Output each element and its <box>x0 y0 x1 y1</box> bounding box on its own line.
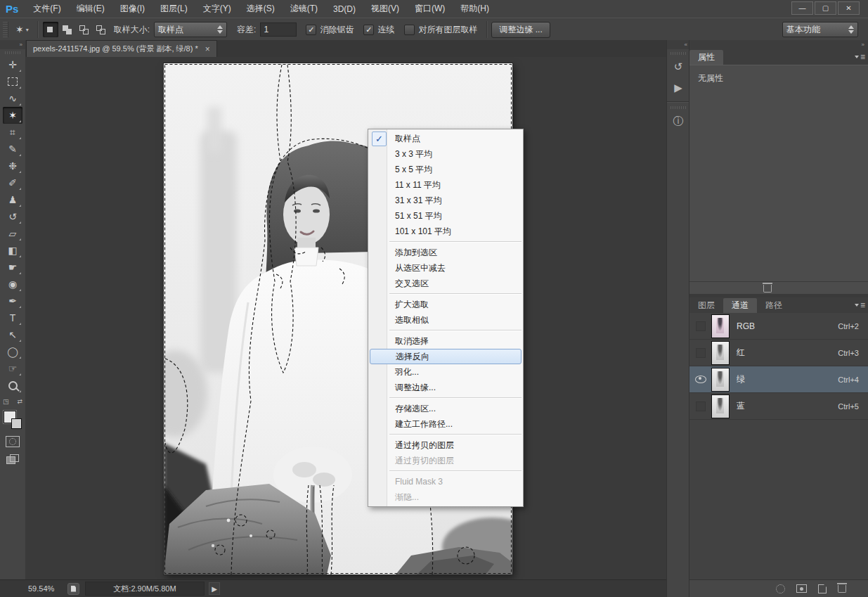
default-colors-icon[interactable]: ◳ <box>3 398 9 405</box>
eraser-tool[interactable]: ▱ <box>3 225 22 242</box>
menu-item-intersect-selection[interactable]: 交叉选区 <box>370 276 522 291</box>
menu-item-deselect[interactable]: 取消选择 <box>370 333 522 349</box>
eyedropper-tool[interactable]: ✎ <box>3 141 22 158</box>
workspace-switcher[interactable]: 基本功能 <box>782 22 858 37</box>
type-tool[interactable]: T <box>3 309 22 326</box>
zoom-level-field[interactable]: 59.54% <box>28 584 67 593</box>
menu-item-51x51-average[interactable]: 51 x 51 平均 <box>370 208 522 224</box>
menubar-item-help-menu[interactable]: 帮助(H) <box>453 0 497 18</box>
rectangular-marquee-tool[interactable] <box>3 73 22 90</box>
document-tab[interactable]: pexels-2411574.jpg @ 59.5% (背景 副本, 绿/8) … <box>26 40 217 57</box>
status-options-arrow-icon[interactable]: ▶ <box>209 582 220 595</box>
history-panel-icon[interactable]: ↺ <box>670 58 687 76</box>
menu-item-select-inverse[interactable]: 选择反向 <box>370 349 522 364</box>
menu-item-11x11-average[interactable]: 11 x 11 平均 <box>370 177 522 193</box>
channel-row-红[interactable]: 红Ctrl+3 <box>689 340 868 366</box>
panel-collapse-arrows[interactable]: » <box>689 40 868 49</box>
actions-panel-icon[interactable]: ▶ <box>670 79 687 97</box>
menubar-item-edit-menu[interactable]: 编辑(E) <box>69 0 112 18</box>
channel-row-绿[interactable]: 绿Ctrl+4 <box>689 366 868 393</box>
toolbar-grip[interactable] <box>5 51 20 54</box>
menu-item-3x3-average[interactable]: 3 x 3 平均 <box>370 146 522 162</box>
sample-size-dropdown[interactable]: 取样点 <box>154 22 227 37</box>
quick-mask-button[interactable] <box>6 436 20 447</box>
swap-colors-icon[interactable]: ⇄ <box>17 398 22 405</box>
smudge-tool[interactable]: ☛ <box>3 259 22 276</box>
close-button[interactable]: ✕ <box>838 1 860 15</box>
menu-item-select-similar[interactable]: 选取相似 <box>370 312 522 328</box>
contiguous-checkbox[interactable]: ✓连续 <box>363 24 394 36</box>
menu-item-make-work-path[interactable]: 建立工作路径... <box>370 416 522 432</box>
tolerance-input[interactable] <box>260 23 297 37</box>
pen-tool[interactable]: ✒ <box>3 293 22 309</box>
dodge-tool[interactable]: ◉ <box>3 276 22 293</box>
trash-icon[interactable] <box>763 285 772 293</box>
dock-grip[interactable] <box>671 106 686 109</box>
menubar-item-3d-menu[interactable]: 3D(D) <box>325 0 363 18</box>
hand-tool[interactable]: ☞ <box>3 360 22 377</box>
background-color-swatch[interactable] <box>11 418 22 429</box>
clone-stamp-tool[interactable]: ♟ <box>3 191 22 208</box>
menubar-item-file-menu[interactable]: 文件(F) <box>25 0 68 18</box>
toolbar-collapse-arrows[interactable]: » <box>0 40 25 49</box>
visibility-toggle[interactable] <box>693 348 708 358</box>
sample-all-layers-checkbox[interactable]: 对所有图层取样 <box>404 24 477 36</box>
menu-item-refine-edge[interactable]: 调整边缘... <box>370 380 522 395</box>
history-brush-tool[interactable]: ↺ <box>3 208 22 225</box>
healing-brush-tool[interactable]: ❉ <box>3 158 22 174</box>
dock-grip[interactable] <box>671 52 686 55</box>
dock-collapse-arrows[interactable]: « <box>667 40 689 49</box>
lasso-tool[interactable]: ∿ <box>3 90 22 107</box>
anti-alias-checkbox[interactable]: ✓消除锯齿 <box>306 24 354 36</box>
new-channel-icon[interactable] <box>818 584 827 593</box>
maximize-button[interactable]: ▢ <box>815 1 836 15</box>
tab-channels[interactable]: 通道 <box>723 298 757 313</box>
menubar-item-window-menu[interactable]: 窗口(W) <box>407 0 453 18</box>
menubar-item-view-menu[interactable]: 视图(V) <box>363 0 407 18</box>
refine-edge-button[interactable]: 调整边缘 ... <box>491 22 550 38</box>
tab-paths[interactable]: 路径 <box>757 298 791 313</box>
panel-menu-icon[interactable]: ≡ <box>855 52 864 62</box>
magic-wand-tool[interactable]: ✶ <box>3 107 22 124</box>
options-grip[interactable] <box>3 22 8 37</box>
ellipse-tool[interactable]: ◯ <box>3 343 22 360</box>
delete-channel-icon[interactable] <box>838 585 846 593</box>
load-selection-icon[interactable] <box>776 584 785 593</box>
zoom-tool[interactable] <box>3 377 22 394</box>
menubar-item-image-menu[interactable]: 图像(I) <box>112 0 153 18</box>
brush-tool[interactable]: ✐ <box>3 174 22 191</box>
paint-bucket-tool[interactable]: ◧ <box>3 242 22 259</box>
channel-row-RGB[interactable]: RGBCtrl+2 <box>689 313 868 340</box>
menubar-item-type-menu[interactable]: 文字(Y) <box>195 0 239 18</box>
visibility-toggle[interactable] <box>693 321 708 331</box>
tab-layers[interactable]: 图层 <box>689 298 723 313</box>
visibility-eye-icon[interactable] <box>693 375 708 383</box>
save-selection-as-channel-icon[interactable] <box>796 584 807 593</box>
menu-item-feather[interactable]: 羽化... <box>370 364 522 380</box>
menu-item-subtract-from-selection[interactable]: 从选区中减去 <box>370 260 522 276</box>
crop-tool[interactable]: ⌗ <box>3 124 22 141</box>
info-panel-icon[interactable]: ⓘ <box>670 112 687 130</box>
menu-item-layer-via-copy[interactable]: 通过拷贝的图层 <box>370 437 522 453</box>
intersect-selection-mode[interactable] <box>93 22 109 37</box>
menu-item-grow-selection[interactable]: 扩大选取 <box>370 297 522 312</box>
subtract-from-selection-mode[interactable] <box>77 22 92 37</box>
move-tool[interactable]: ✛ <box>3 56 22 73</box>
minimize-button[interactable]: — <box>791 1 813 15</box>
add-to-selection-mode[interactable] <box>60 22 75 37</box>
direct-selection-tool[interactable]: ↖ <box>3 326 22 343</box>
channel-row-蓝[interactable]: 蓝Ctrl+5 <box>689 393 868 420</box>
close-tab-icon[interactable]: × <box>205 44 210 54</box>
new-selection-mode[interactable] <box>43 22 58 37</box>
menu-item-point-sample[interactable]: ✓取样点 <box>370 131 522 146</box>
document-icon[interactable] <box>67 583 79 595</box>
panel-menu-icon[interactable]: ≡ <box>855 300 864 310</box>
canvas-workspace[interactable] <box>25 57 666 580</box>
menubar-item-filter-menu[interactable]: 滤镜(T) <box>283 0 325 18</box>
menu-item-31x31-average[interactable]: 31 x 31 平均 <box>370 193 522 208</box>
menu-item-add-to-selection[interactable]: 添加到选区 <box>370 245 522 260</box>
tab-properties[interactable]: 属性 <box>689 50 723 65</box>
visibility-toggle[interactable] <box>693 402 708 411</box>
menubar-item-select-menu[interactable]: 选择(S) <box>239 0 283 18</box>
tool-preset-picker[interactable]: ✶ ▾ <box>11 24 33 35</box>
